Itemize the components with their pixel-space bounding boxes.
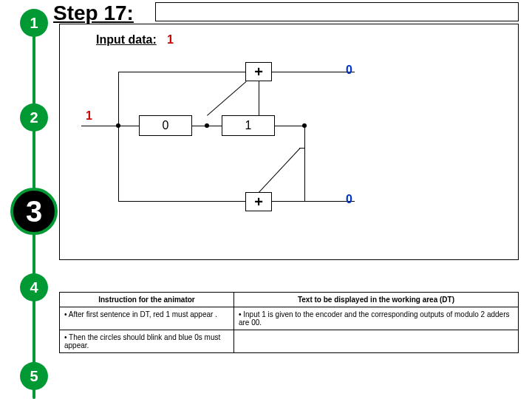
- output-top: 0: [346, 64, 352, 77]
- table-cell: [233, 330, 518, 353]
- plus-icon: +: [254, 64, 263, 81]
- step-3-current[interactable]: 3: [10, 188, 58, 235]
- wire: [118, 72, 119, 201]
- table-cell: Then the circles should blink and blue 0…: [60, 330, 234, 353]
- encoder-diagram: 1 + 0 0 1 + 0: [59, 52, 519, 259]
- wire: [118, 126, 139, 126]
- wire: [118, 72, 245, 72]
- plus-icon: +: [254, 194, 263, 211]
- register-1-value: 1: [245, 119, 252, 132]
- step-2[interactable]: 2: [20, 103, 48, 132]
- register-0-value: 0: [163, 119, 169, 132]
- title-box: [155, 2, 519, 21]
- table-header-row: Instruction for the animator Text to be …: [60, 293, 519, 307]
- register-1: 1: [222, 115, 275, 136]
- table-header-animator: Instruction for the animator: [60, 293, 234, 307]
- step-rail: 1 2 3 4 5: [20, 0, 47, 399]
- input-data-label: Input data:: [96, 33, 157, 47]
- step-1[interactable]: 1: [20, 9, 48, 37]
- table-cell: Input 1 is given to the encoder and the …: [233, 307, 518, 330]
- step-5-label: 5: [30, 368, 38, 385]
- input-data-value: 1: [167, 33, 174, 47]
- wire: [304, 126, 305, 201]
- adder-top: +: [245, 62, 272, 81]
- wire: [275, 126, 304, 126]
- register-0: 0: [139, 115, 192, 136]
- table-header-dt: Text to be displayed in the working area…: [233, 293, 518, 307]
- page-title: Step 17:: [53, 1, 134, 25]
- bullet: After first sentence in DT, red 1 must a…: [64, 310, 229, 318]
- output-bottom: 0: [346, 193, 352, 206]
- junction-dot: [205, 123, 209, 128]
- wire: [299, 148, 305, 149]
- wire: [207, 81, 246, 116]
- adder-bottom: +: [245, 192, 272, 211]
- bullet: Then the circles should blink and blue 0…: [64, 333, 229, 349]
- step-4-label: 4: [30, 279, 38, 296]
- wire: [259, 148, 301, 193]
- wire: [272, 201, 304, 202]
- bullet: Input 1 is given to the encoder and the …: [239, 310, 514, 327]
- step-4[interactable]: 4: [20, 273, 48, 301]
- wire: [81, 126, 118, 126]
- table-row: Then the circles should blink and blue 0…: [60, 330, 519, 353]
- table-row: After first sentence in DT, red 1 must a…: [60, 307, 519, 330]
- instruction-table: Instruction for the animator Text to be …: [59, 292, 519, 353]
- step-2-label: 2: [30, 109, 38, 126]
- step-1-label: 1: [30, 15, 38, 32]
- wire: [259, 81, 259, 115]
- input-bit-label: 1: [86, 109, 92, 123]
- step-5[interactable]: 5: [20, 362, 48, 390]
- wire: [118, 201, 245, 202]
- wire: [272, 72, 355, 72]
- table-cell: After first sentence in DT, red 1 must a…: [60, 307, 234, 330]
- step-3-label: 3: [26, 195, 42, 228]
